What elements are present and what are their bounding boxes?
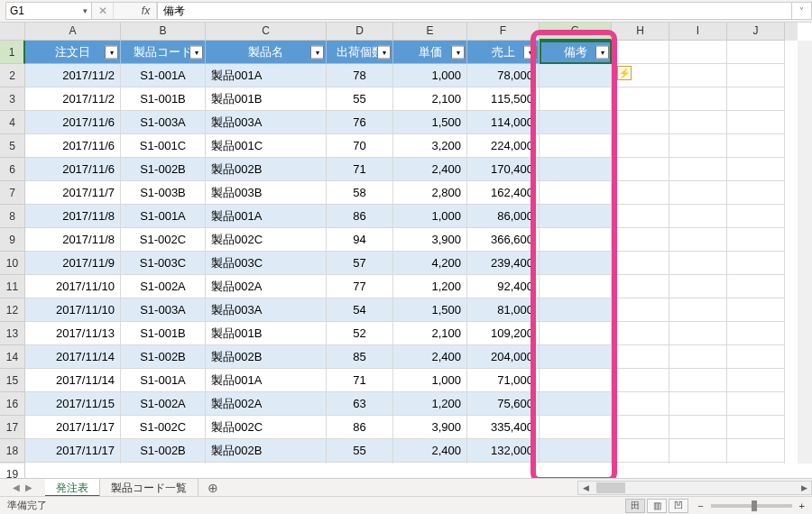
table-cell[interactable]: 81,000 [467,298,540,322]
name-box-dropdown-icon[interactable]: ▾ [83,6,88,15]
filter-dropdown-icon[interactable]: ▾ [189,45,203,59]
empty-cell[interactable] [669,205,727,228]
empty-cell[interactable] [727,439,785,463]
empty-cell[interactable] [669,369,727,392]
table-cell[interactable]: 2,100 [393,322,467,345]
empty-cell[interactable] [669,228,727,252]
table-cell[interactable]: 162,400 [467,181,540,205]
table-cell[interactable]: 1,000 [393,369,467,392]
table-cell[interactable]: 2,800 [393,181,467,205]
row-header[interactable]: 8 [0,205,25,228]
table-cell[interactable]: S1-002B [121,439,206,463]
table-cell[interactable]: 70 [327,134,393,158]
table-cell[interactable]: S1-001B [121,322,206,345]
row-header[interactable]: 11 [0,275,25,298]
table-cell[interactable]: 54 [327,298,393,322]
table-cell[interactable]: S1-001A [121,64,206,87]
table-cell[interactable]: 2017/11/15 [25,392,121,416]
empty-cell[interactable] [727,345,785,369]
table-cell[interactable]: S1-003A [121,298,206,322]
sheet-tab-active[interactable]: 発注表 [45,479,100,497]
table-cell[interactable]: 2017/11/14 [25,369,121,392]
table-cell[interactable]: 94 [327,228,393,252]
table-cell[interactable]: 335,400 [467,416,540,439]
empty-cell[interactable] [669,181,727,205]
row-header[interactable]: 9 [0,228,25,252]
empty-cell[interactable] [727,392,785,416]
table-cell[interactable]: 204,000 [467,345,540,369]
table-cell[interactable]: S1-001A [121,369,206,392]
table-cell[interactable]: 2,800 [393,463,467,464]
row-header[interactable]: 2 [0,64,25,87]
table-cell[interactable]: S1-003A [121,111,206,134]
filter-dropdown-icon[interactable]: ▾ [451,45,465,59]
table-cell[interactable]: 3,900 [393,228,467,252]
table-cell[interactable]: 製品003B [206,463,327,464]
row-header[interactable]: 7 [0,181,25,205]
table-cell[interactable]: 71 [327,158,393,181]
row-header[interactable]: 6 [0,158,25,181]
table-cell[interactable]: S1-001B [121,87,206,111]
tab-nav[interactable]: ◀ ▶ [0,482,45,492]
table-cell[interactable]: 2017/11/9 [25,252,121,275]
table-cell[interactable] [540,439,612,463]
col-header-F[interactable]: F [467,23,540,41]
table-cell[interactable]: 製品003B [206,181,327,205]
table-cell[interactable] [540,369,612,392]
table-cell[interactable] [540,111,612,134]
empty-cell[interactable] [727,298,785,322]
empty-cell[interactable] [612,345,669,369]
empty-cell[interactable] [669,41,727,64]
filter-dropdown-icon[interactable]: ▾ [595,45,609,59]
table-cell[interactable]: 3,900 [393,416,467,439]
table-header[interactable]: 出荷個数▾ [327,41,393,64]
col-header-E[interactable]: E [393,23,467,41]
table-cell[interactable]: 239,400 [467,252,540,275]
empty-cell[interactable] [612,298,669,322]
table-cell[interactable]: 製品002B [206,439,327,463]
empty-cell[interactable] [727,252,785,275]
table-cell[interactable]: 2017/11/14 [25,345,121,369]
table-cell[interactable] [540,64,612,87]
empty-cell[interactable] [669,322,727,345]
table-cell[interactable]: 193,200 [467,463,540,464]
empty-cell[interactable] [727,158,785,181]
empty-cell[interactable] [612,322,669,345]
table-cell[interactable]: 109,200 [467,322,540,345]
table-cell[interactable] [540,463,612,464]
empty-cell[interactable] [669,158,727,181]
empty-cell[interactable] [612,228,669,252]
table-cell[interactable]: S1-003B [121,463,206,464]
table-cell[interactable]: 製品001C [206,134,327,158]
table-cell[interactable] [540,181,612,205]
table-cell[interactable]: S1-002C [121,228,206,252]
empty-cell[interactable] [727,111,785,134]
table-cell[interactable] [540,205,612,228]
formula-expand-icon[interactable]: ˅ [792,2,812,20]
zoom-slider[interactable] [711,504,792,508]
add-sheet-icon[interactable]: ⊕ [198,481,227,495]
table-header[interactable]: 製品コード▾ [121,41,206,64]
table-cell[interactable]: 製品003A [206,298,327,322]
table-cell[interactable]: 366,600 [467,228,540,252]
table-cell[interactable]: 1,000 [393,64,467,87]
table-cell[interactable]: 55 [327,439,393,463]
row-header[interactable]: 4 [0,111,25,134]
view-break-icon[interactable]: 凹 [669,499,688,513]
table-cell[interactable]: 1,500 [393,298,467,322]
empty-cell[interactable] [727,205,785,228]
empty-cell[interactable] [727,416,785,439]
horizontal-scrollbar[interactable]: ◀ ▶ [577,481,812,495]
empty-cell[interactable] [612,158,669,181]
cancel-icon[interactable]: ✕ [92,3,114,19]
table-cell[interactable] [540,298,612,322]
filter-dropdown-icon[interactable]: ▾ [105,45,118,59]
col-header-J[interactable]: J [727,23,785,41]
table-cell[interactable]: 1,000 [393,205,467,228]
table-cell[interactable]: 製品002C [206,416,327,439]
table-cell[interactable]: 製品002B [206,158,327,181]
table-cell[interactable] [540,87,612,111]
empty-cell[interactable] [612,439,669,463]
table-cell[interactable]: S1-002B [121,158,206,181]
empty-cell[interactable] [612,87,669,111]
